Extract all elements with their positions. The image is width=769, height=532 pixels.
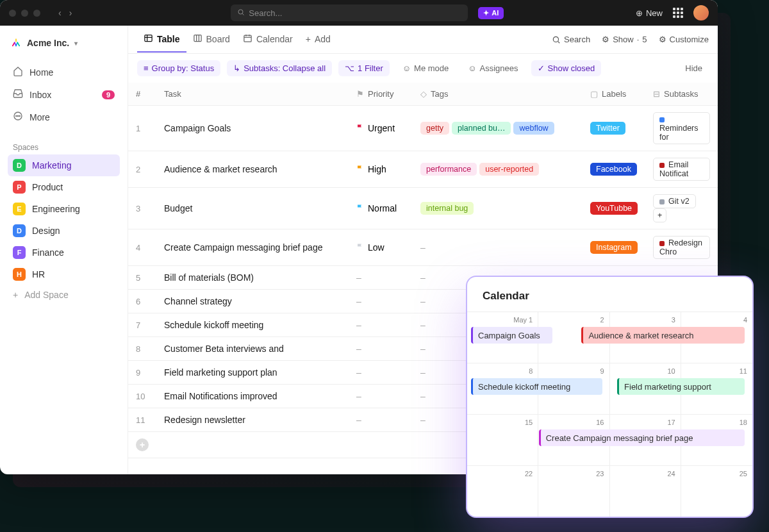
task-name[interactable]: Budget	[156, 188, 349, 229]
me-mode-chip[interactable]: ☺ Me mode	[396, 60, 455, 76]
hide-chip[interactable]: Hide	[679, 60, 709, 76]
task-name[interactable]: Redesign newsletter	[156, 408, 349, 432]
subtasks-cell[interactable]: Reminders for	[645, 106, 718, 151]
col-number[interactable]: #	[128, 83, 156, 106]
tag[interactable]: internal bug	[420, 202, 474, 215]
label[interactable]: Facebook	[590, 163, 637, 176]
priority-cell[interactable]: High	[349, 151, 413, 188]
calendar-event[interactable]: Field marketing support	[617, 378, 745, 395]
tag[interactable]: planned bu…	[452, 122, 511, 135]
col-subtasks[interactable]: ⊟Subtasks	[645, 83, 718, 106]
priority-cell[interactable]: –	[349, 385, 413, 408]
tag[interactable]: getty	[420, 122, 449, 135]
back-button[interactable]: ‹	[58, 8, 62, 18]
subtask-add[interactable]: +	[653, 208, 666, 222]
window-controls[interactable]	[9, 10, 40, 17]
space-item-engineering[interactable]: EEngineering	[8, 198, 120, 220]
calendar-cell[interactable]: 23	[538, 465, 609, 517]
priority-cell[interactable]: –	[349, 266, 413, 290]
priority-cell[interactable]: Urgent	[349, 106, 413, 151]
workspace-switcher[interactable]: Acme Inc. ▾	[8, 35, 120, 51]
subtasks-chip[interactable]: ↳ Subtasks: Collapse all	[227, 60, 332, 76]
subtasks-cell[interactable]: Git v2 +	[645, 188, 718, 229]
table-row[interactable]: 4 Create Campaign messaging brief page L…	[128, 229, 718, 266]
tab-calendar[interactable]: Calendar	[236, 27, 299, 53]
priority-cell[interactable]: –	[349, 361, 413, 385]
task-name[interactable]: Email Notifications improved	[156, 385, 349, 408]
tags-cell[interactable]: internal bug	[413, 188, 583, 229]
subtask-link[interactable]: Reminders for	[653, 112, 710, 144]
group-by-chip[interactable]: ≡ Group by: Status	[137, 60, 220, 76]
calendar-cell[interactable]: 25	[681, 465, 752, 517]
task-name[interactable]: Audience & market research	[156, 151, 349, 188]
task-name[interactable]: Bill of materials (BOM)	[156, 266, 349, 290]
table-row[interactable]: 2 Audience & market research High perfor…	[128, 151, 718, 188]
subtask-link[interactable]: Git v2	[653, 194, 696, 208]
task-name[interactable]: Create Campaign messaging brief page	[156, 229, 349, 266]
labels-cell[interactable]: Instagram	[583, 229, 645, 266]
subtask-link[interactable]: Email Notificat	[653, 158, 710, 181]
space-item-hr[interactable]: HHR	[8, 263, 120, 285]
space-item-design[interactable]: DDesign	[8, 220, 120, 242]
labels-cell[interactable]: YouTubbe	[583, 188, 645, 229]
task-name[interactable]: Channel strategy	[156, 290, 349, 313]
task-name[interactable]: Field marketing support plan	[156, 361, 349, 385]
forward-button[interactable]: ›	[69, 8, 72, 18]
task-name[interactable]: Customer Beta interviews and	[156, 337, 349, 361]
nav-item-home[interactable]: Home	[8, 62, 120, 83]
calendar-cell[interactable]: 22	[467, 465, 538, 517]
search-input[interactable]: Search...	[231, 4, 468, 21]
minimize-icon[interactable]	[21, 10, 28, 17]
tag[interactable]: webflow	[513, 122, 554, 135]
priority-cell[interactable]: –	[349, 313, 413, 337]
task-name[interactable]: Campaign Goals	[156, 106, 349, 151]
subtasks-cell[interactable]: Redesign Chro	[645, 229, 718, 266]
label[interactable]: Twitter	[590, 122, 625, 135]
calendar-cell[interactable]: 15	[467, 414, 538, 465]
priority-cell[interactable]: Normal	[349, 188, 413, 229]
ai-button[interactable]: ✦ AI	[478, 7, 504, 19]
calendar-cell[interactable]: 24	[610, 465, 681, 517]
priority-cell[interactable]: –	[349, 337, 413, 361]
labels-cell[interactable]: Twitter	[583, 106, 645, 151]
subtasks-cell[interactable]: Email Notificat	[645, 151, 718, 188]
tab-board[interactable]: Board	[186, 27, 236, 53]
show-closed-chip[interactable]: ✓ Show closed	[531, 60, 602, 76]
tab-table[interactable]: Table	[137, 27, 186, 53]
col-task[interactable]: Task	[156, 83, 349, 106]
col-priority[interactable]: ⚑Priority	[349, 83, 413, 106]
show-button[interactable]: ⚙ Show · 5	[602, 35, 647, 44]
table-search-button[interactable]: Search	[552, 35, 590, 44]
subtask-link[interactable]: Redesign Chro	[653, 236, 710, 259]
label[interactable]: YouTubbe	[590, 202, 638, 215]
table-row[interactable]: 1 Campaign Goals Urgent gettyplanned bu……	[128, 106, 718, 151]
nav-item-more[interactable]: More	[8, 106, 120, 128]
task-name[interactable]: Schedule kickoff meeting	[156, 313, 349, 337]
tags-cell[interactable]: performanceuser-reported	[413, 151, 583, 188]
space-item-finance[interactable]: FFinance	[8, 242, 120, 263]
label[interactable]: Instagram	[590, 241, 638, 254]
labels-cell[interactable]: Facebook	[583, 151, 645, 188]
space-item-marketing[interactable]: DMarketing	[8, 154, 120, 176]
calendar-event[interactable]: Audience & market research	[581, 327, 745, 344]
add-space-button[interactable]: + Add Space	[8, 285, 120, 304]
table-row[interactable]: 3 Budget Normal internal bug YouTubbe Gi…	[128, 188, 718, 229]
priority-cell[interactable]: –	[349, 408, 413, 432]
calendar-event[interactable]: Schedule kickoff meeting	[471, 378, 602, 395]
space-item-product[interactable]: PProduct	[8, 176, 120, 198]
add-row-button[interactable]: +	[136, 438, 149, 451]
tag[interactable]: user-reported	[479, 163, 539, 176]
nav-item-inbox[interactable]: Inbox9	[8, 84, 120, 105]
filter-chip[interactable]: ⌥ 1 Filter	[338, 60, 390, 76]
avatar[interactable]	[693, 5, 709, 21]
col-tags[interactable]: ◇Tags	[413, 83, 583, 106]
calendar-event[interactable]: Create Campaign messaging brief page	[539, 429, 745, 446]
tag[interactable]: performance	[420, 163, 477, 176]
priority-cell[interactable]: Low	[349, 229, 413, 266]
apps-icon[interactable]	[673, 8, 683, 18]
tags-cell[interactable]: –	[413, 229, 583, 266]
tab-add[interactable]: +Add	[299, 27, 337, 53]
close-icon[interactable]	[9, 10, 16, 17]
col-labels[interactable]: ▢Labels	[583, 83, 645, 106]
priority-cell[interactable]: –	[349, 290, 413, 313]
